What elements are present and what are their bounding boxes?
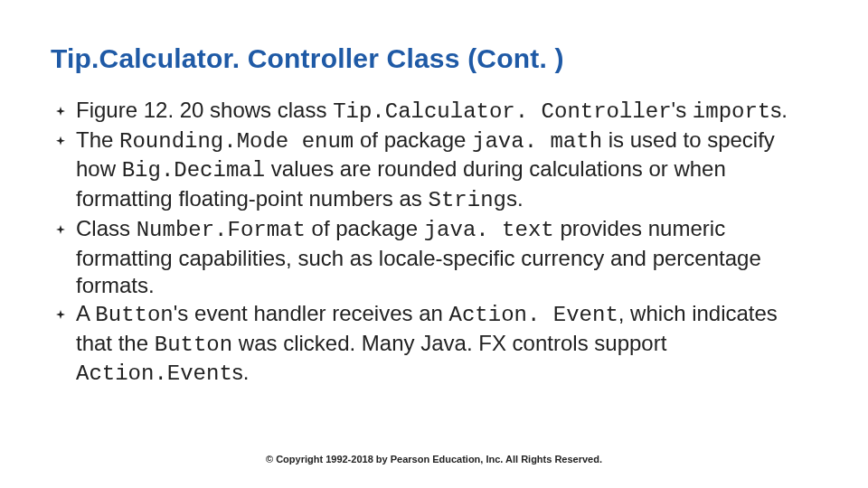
- body-text: of package: [306, 216, 424, 240]
- body-text: 's event handler receives an: [174, 301, 449, 325]
- code-text: Tip.Calculator. Controller: [333, 99, 671, 124]
- bullet-item: Class Number.Format of package java. tex…: [51, 215, 810, 300]
- bullet-item: Figure 12. 20 shows class Tip.Calculator…: [51, 97, 810, 127]
- code-text: Rounding.Mode enum: [119, 129, 354, 154]
- code-text: Action. Event: [449, 303, 618, 327]
- copyright-footer: © Copyright 1992-2018 by Pearson Educati…: [0, 454, 868, 465]
- body-text: Class: [76, 216, 137, 240]
- body-text: s.: [232, 360, 250, 384]
- bullet-item: The Rounding.Mode enum of package java. …: [51, 127, 810, 215]
- body-text: s.: [770, 98, 788, 122]
- code-text: Action.Event: [76, 361, 232, 386]
- body-text: of package: [354, 127, 472, 152]
- code-text: java. math: [472, 129, 602, 154]
- body-text: s.: [506, 186, 524, 211]
- bullet-list: Figure 12. 20 shows class Tip.Calculator…: [51, 97, 817, 389]
- body-text: Figure 12. 20 shows class: [76, 98, 333, 122]
- code-text: Button: [95, 303, 173, 327]
- code-text: Big.Decimal: [122, 158, 265, 183]
- body-text: A: [76, 301, 95, 325]
- body-text: The: [76, 127, 119, 152]
- code-text: import: [693, 99, 770, 124]
- body-text: was clicked. Many Java. FX controls supp…: [232, 331, 666, 355]
- code-text: Number.Format: [137, 218, 306, 242]
- slide-title: Tip.Calculator. Controller Class (Cont. …: [51, 43, 817, 73]
- code-text: String: [429, 188, 506, 212]
- code-text: java. text: [424, 218, 554, 242]
- body-text: 's: [672, 98, 693, 122]
- bullet-item: A Button's event handler receives an Act…: [51, 300, 810, 389]
- code-text: Button: [155, 333, 232, 357]
- slide: Tip.Calculator. Controller Class (Cont. …: [0, 0, 868, 488]
